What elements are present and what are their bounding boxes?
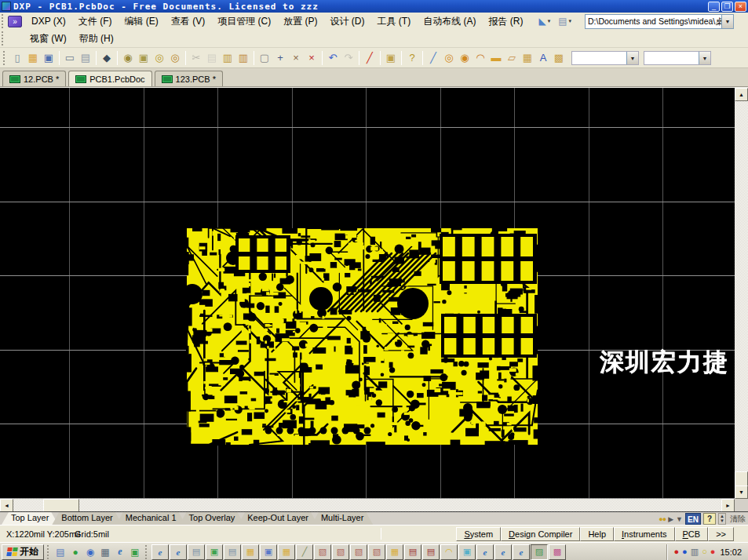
filter-icon[interactable]: ▼: [676, 515, 683, 523]
panel-button-design-compiler[interactable]: Design Compiler: [501, 527, 580, 541]
component-combobox[interactable]: ▼: [644, 51, 711, 65]
lamp-icon[interactable]: ●: [710, 547, 716, 556]
report-tool-dropdown[interactable]: ▤▾: [556, 15, 573, 27]
place-component-icon[interactable]: ▩: [551, 50, 567, 66]
restore-button[interactable]: ❐: [721, 2, 733, 12]
title-bar[interactable]: DXP - PCB1.PcbDoc - Free Documents. Lice…: [0, 0, 748, 13]
panel-button-instruments[interactable]: Instruments: [614, 527, 674, 541]
panel-button-system[interactable]: System: [456, 527, 501, 541]
deselect-icon[interactable]: ×: [288, 50, 304, 66]
mute-icon[interactable]: ●: [673, 547, 679, 556]
recycle-window-button[interactable]: ▣: [206, 544, 223, 560]
layer-tab-top-layer[interactable]: Top Layer: [2, 512, 58, 525]
pcb-canvas[interactable]: [0, 88, 735, 499]
layout-tool-dropdown[interactable]: ◣▾: [537, 15, 552, 27]
media-player-icon[interactable]: ●: [68, 545, 82, 559]
move-icon[interactable]: +: [272, 50, 288, 66]
menu-item-2[interactable]: 编辑 (E): [118, 13, 164, 29]
paint-window-button[interactable]: ▧: [332, 544, 349, 560]
place-line-icon[interactable]: ╱: [425, 50, 441, 66]
document-window-button[interactable]: ▤: [224, 544, 241, 560]
books-window-button[interactable]: ▤: [404, 544, 421, 560]
zoom-points-icon[interactable]: ◎: [167, 50, 183, 66]
scroll-left-icon[interactable]: ◄: [0, 499, 13, 512]
panel-button-help[interactable]: Help: [580, 527, 614, 541]
new-document-icon[interactable]: ▯: [9, 50, 25, 66]
paste-recall-icon[interactable]: ▥: [235, 50, 251, 66]
layer-tab-bottom-layer[interactable]: Bottom Layer: [52, 512, 122, 525]
language-options-icon[interactable]: ▲▼: [718, 513, 726, 525]
ie-window-button[interactable]: e: [151, 544, 169, 560]
horizontal-scroll-thumb[interactable]: [43, 499, 79, 512]
paint-window-button[interactable]: ▧: [314, 544, 331, 560]
print-preview-icon[interactable]: ▤: [78, 50, 93, 66]
print-icon[interactable]: ▭: [62, 50, 78, 66]
zoom-in-icon[interactable]: ◉: [120, 50, 136, 66]
path-dropdown-arrow-icon[interactable]: ▼: [721, 15, 733, 28]
bulb-icon[interactable]: ○: [702, 547, 707, 556]
wand-icon[interactable]: ╱: [362, 50, 378, 66]
menu-item-3[interactable]: 查看 (V): [165, 13, 211, 29]
menu-item-6[interactable]: 设计 (D): [323, 13, 370, 29]
ie-window-button[interactable]: e: [476, 544, 494, 560]
menu-item-9[interactable]: 报告 (R): [482, 13, 529, 29]
layer-tab-keep-out-layer[interactable]: Keep-Out Layer: [238, 512, 318, 525]
layer-tab-mechanical-1[interactable]: Mechanical 1: [116, 512, 186, 525]
close-button[interactable]: ×: [735, 2, 746, 12]
menu-item-row2-0[interactable]: 视窗 (W): [24, 31, 73, 46]
place-array-icon[interactable]: ▦: [520, 50, 535, 66]
menu-item-0[interactable]: DXP (X): [25, 13, 72, 29]
calculator-icon[interactable]: ▦: [98, 545, 112, 559]
folder-window-button[interactable]: ▦: [278, 544, 295, 560]
place-via-icon[interactable]: ◉: [457, 50, 473, 66]
snap-dots-icon[interactable]: ●●: [659, 515, 666, 523]
undo-icon[interactable]: ↶: [325, 50, 341, 66]
browse-icon[interactable]: ◆: [99, 50, 115, 66]
clear-filter-icon[interactable]: ×: [304, 50, 319, 66]
open-icon[interactable]: ▦: [25, 50, 41, 66]
language-help-icon[interactable]: ?: [703, 513, 716, 525]
layer-tab-multi-layer[interactable]: Multi-Layer: [312, 512, 373, 525]
ie-window-button[interactable]: e: [494, 544, 512, 560]
layer-tab-top-overlay[interactable]: Top Overlay: [180, 512, 245, 525]
folder-window-button[interactable]: ▦: [386, 544, 403, 560]
taskband-grip[interactable]: [145, 545, 148, 559]
place-pad-icon[interactable]: ◎: [441, 50, 457, 66]
horizontal-scrollbar[interactable]: ◄ ►: [0, 499, 735, 512]
component-dropdown-arrow-icon[interactable]: ▼: [699, 52, 710, 64]
zoom-selection-icon[interactable]: ◎: [151, 50, 167, 66]
tools-window-button[interactable]: ◠: [440, 544, 458, 560]
document-path-combobox[interactable]: D:\Documents and Settings\midea\桌[ ▼: [585, 14, 734, 29]
menu-item-5[interactable]: 放置 (P): [277, 13, 323, 29]
windows-icon[interactable]: ▣: [128, 545, 142, 559]
document-tab-1[interactable]: PCB1.PcbDoc: [68, 71, 151, 86]
menu-item-8[interactable]: 自动布线 (A): [417, 13, 482, 29]
toolbar-grip[interactable]: [2, 14, 5, 28]
dxp-menu-icon[interactable]: »: [8, 16, 22, 27]
msn-icon[interactable]: ◉: [83, 545, 97, 559]
colors-window-button[interactable]: ▩: [549, 544, 566, 560]
pcb-editor-workspace[interactable]: 深圳宏力捷 ▲ ▼ ◄ ►: [0, 87, 748, 511]
menu-item-row2-1[interactable]: 帮助 (H): [73, 31, 120, 46]
paint-window-button[interactable]: ▧: [368, 544, 385, 560]
books-window-button[interactable]: ▤: [422, 544, 440, 560]
document-tab-2[interactable]: 123.PCB *: [155, 71, 223, 86]
place-polygon-icon[interactable]: ▱: [504, 50, 520, 66]
menu-item-7[interactable]: 工具 (T): [370, 13, 417, 29]
document-window-button[interactable]: ▤: [188, 544, 205, 560]
toolbar-grip[interactable]: [2, 31, 5, 45]
volume-icon[interactable]: ●: [682, 547, 688, 556]
net-combobox[interactable]: ▼: [571, 51, 639, 65]
toolbar-grip[interactable]: [3, 51, 7, 65]
ie-window-button[interactable]: e: [513, 544, 530, 560]
place-fill-icon[interactable]: ▬: [488, 50, 504, 66]
panel-button-pcb[interactable]: PCB: [675, 527, 709, 541]
scroll-down-icon[interactable]: ▼: [735, 485, 748, 499]
panel-button--[interactable]: >>: [708, 527, 734, 541]
ie-window-button[interactable]: e: [170, 544, 187, 560]
place-string-icon[interactable]: A: [535, 50, 551, 66]
show-desktop-icon[interactable]: ▤: [53, 545, 68, 559]
dropdown-arrow-icon[interactable]: ▾: [569, 18, 572, 24]
zoom-document-icon[interactable]: ▣: [136, 50, 151, 66]
net-dropdown-arrow-icon[interactable]: ▼: [626, 52, 638, 64]
